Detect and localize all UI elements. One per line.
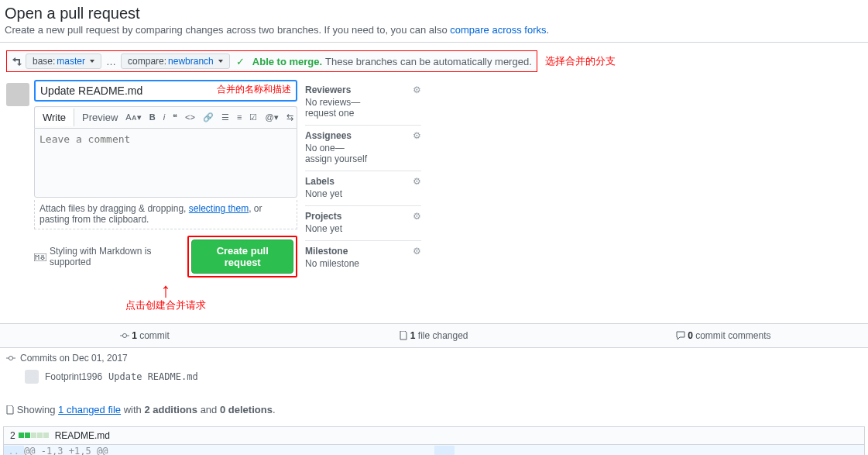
markdown-support[interactable]: Styling with Markdown is supported [34,246,181,267]
tab-preview[interactable]: Preview [74,109,125,126]
avatar [25,370,39,384]
ref-icon[interactable]: ⇆ [286,112,293,122]
gear-icon[interactable]: ⚙ [413,246,421,257]
create-pr-button[interactable]: Create pull request [191,240,293,274]
reviewers-request[interactable]: request one [305,108,354,119]
caret-down-icon [90,60,94,63]
commits-day: Commits on Dec 01, 2017 [20,353,128,364]
arrow-up-icon: ↑ [34,282,297,298]
labels-title: Labels [305,176,335,187]
labels-empty: None yet [305,188,342,199]
compare-forks-link[interactable]: compare across forks [450,24,546,36]
merge-note: These branches can be automatically merg… [325,56,532,67]
code-icon[interactable]: <> [185,112,195,122]
svg-point-4 [9,357,12,360]
pr-body-textarea[interactable] [34,128,297,198]
caret-down-icon [218,60,223,63]
diff-filename[interactable]: README.md [55,430,110,441]
commit-message[interactable]: Update README.md [108,371,364,382]
attach-hint: Attach files by dragging & dropping, sel… [34,200,297,229]
page-title: Open a pull request [5,5,863,22]
reviewers-empty: No reviews— [305,97,360,108]
annotation-branch: 选择合并的分支 [545,54,616,68]
quote-icon[interactable]: ❝ [173,112,177,122]
gear-icon[interactable]: ⚙ [413,176,421,187]
change-count: 2 [10,430,15,441]
page-subtitle: Create a new pull request by comparing c… [5,24,863,36]
link-icon[interactable]: 🔗 [203,112,214,122]
mention-icon[interactable]: @▾ [265,112,278,122]
diff-view: .. @@ -1,3 +1,5 @@ 1 # MyWebmagic 2 基于We… [3,445,865,455]
base-branch-selector[interactable]: base: master [26,53,101,69]
heading-icon[interactable]: Aᴀ▾ [125,112,141,122]
assignees-title: Assignees [305,130,352,141]
commit-author[interactable]: Footprint1996 [45,371,102,382]
gear-icon[interactable]: ⚙ [413,84,421,95]
diff-file-header: 2 README.md [3,426,865,445]
deletions-count: 0 deletions [220,404,273,415]
list-ol-icon[interactable]: ≡ [237,112,242,122]
reviewers-title: Reviewers [305,84,351,95]
stat-files[interactable]: 1 file changed [290,330,579,341]
diff-blocks-icon [19,433,49,438]
gear-icon[interactable]: ⚙ [413,211,421,222]
file-icon [6,404,17,415]
pr-title-input[interactable] [34,80,297,102]
task-icon[interactable]: ☑ [249,112,257,122]
check-icon: ✓ [236,56,245,67]
compare-branch-selector[interactable]: compare: newbranch [121,53,230,69]
ellipsis: … [106,56,116,67]
stat-commits[interactable]: 1 commit [0,330,290,341]
assignees-empty: No one— [305,143,345,153]
hunk-header: @@ -1,3 +1,5 @@ [24,446,108,455]
compare-icon [12,55,22,67]
stat-comments[interactable]: 0 commit comments [578,330,868,341]
markdown-icon [34,251,46,262]
milestone-title: Milestone [305,246,348,257]
select-files-link[interactable]: selecting them [189,203,249,214]
merge-status: Able to merge. [252,56,322,67]
changed-files-link[interactable]: 1 changed file [58,404,121,415]
italic-icon[interactable]: i [163,112,165,122]
bold-icon[interactable]: B [149,112,156,122]
svg-point-1 [122,334,126,338]
projects-title: Projects [305,211,341,222]
md-toolbar[interactable]: Aᴀ▾ B i ❝ <> 🔗 ☰ ≡ ☑ @▾ ⇆ [125,112,299,122]
gear-icon[interactable]: ⚙ [413,130,421,141]
list-ul-icon[interactable]: ☰ [221,112,229,122]
additions-count: 2 additions [144,404,197,415]
compare-branch-bar: base: master … compare: newbranch ✓ Able… [6,50,537,72]
commit-row[interactable]: Footprint1996 Update README.md [6,367,862,387]
milestone-empty: No milestone [305,258,359,269]
tab-write[interactable]: Write [35,109,74,126]
assign-self[interactable]: assign yourself [305,153,367,164]
annotation-create: 点击创建合并请求 [34,298,297,312]
avatar [6,83,29,106]
commit-day-icon [6,353,15,364]
projects-empty: None yet [305,223,342,234]
